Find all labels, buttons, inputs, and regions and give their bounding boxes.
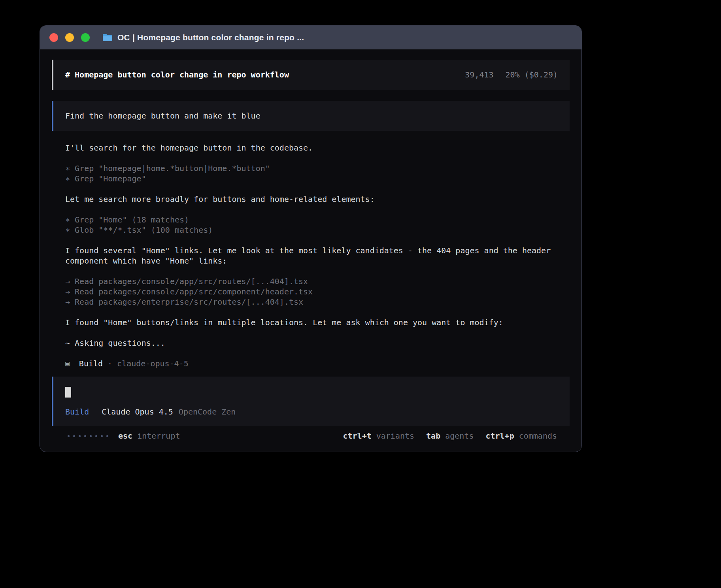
esc-label: interrupt	[137, 431, 180, 441]
titlebar[interactable]: OC | Homepage button color change in rep…	[40, 26, 581, 49]
shortcut-key: ctrl+t	[343, 431, 371, 441]
folder-icon	[102, 33, 113, 42]
assistant-text-line: ~ Asking questions...	[65, 338, 556, 348]
status-left: esc interrupt	[68, 431, 180, 441]
shortcut-key: ctrl+p	[485, 431, 514, 441]
minimize-button[interactable]	[65, 33, 74, 42]
assistant-text-line: I'll search for the homepage button in t…	[65, 143, 556, 153]
spinner-dot	[106, 435, 108, 437]
agent-separator: ·	[108, 358, 112, 369]
zoom-button[interactable]	[81, 33, 90, 42]
input-model-label: Claude Opus 4.5	[102, 407, 173, 416]
transcript: I'll search for the homepage button in t…	[52, 143, 570, 369]
assistant-text-line: I found "Home" buttons/links in multiple…	[65, 317, 556, 328]
agent-icon: ▣	[65, 358, 70, 369]
tool-call-line: ∗ Grep "Homepage"	[65, 173, 556, 184]
tool-call-group: ∗ Grep "homepage|home.*button|Home.*butt…	[65, 163, 556, 184]
esc-key: esc	[118, 431, 132, 441]
assistant-paragraph: I found several "Home" links. Let me loo…	[65, 245, 556, 266]
assistant-paragraph: ~ Asking questions...	[65, 338, 556, 348]
tool-call-group: → Read packages/console/app/src/routes/[…	[65, 276, 556, 307]
shortcut-label: agents	[445, 431, 474, 441]
agent-name: Build	[79, 358, 103, 369]
agent-status-line: ▣ Build · claude-opus-4-5	[65, 358, 556, 369]
shortcut-variants: ctrl+t variants	[343, 431, 414, 441]
session-header: # Homepage button color change in repo w…	[52, 60, 570, 90]
session-title: # Homepage button color change in repo w…	[65, 70, 289, 80]
spinner-dot	[84, 435, 86, 437]
shortcut-label: commands	[519, 431, 557, 441]
prompt-input[interactable]: Build Claude Opus 4.5 OpenCode Zen	[52, 377, 570, 426]
status-right: ctrl+t variants tab agents ctrl+p comman…	[331, 431, 557, 441]
spinner-dot	[79, 435, 81, 437]
shortcut-key: tab	[426, 431, 440, 441]
input-footer: Build Claude Opus 4.5 OpenCode Zen	[65, 407, 558, 416]
assistant-text-line: I found several "Home" links. Let me loo…	[65, 245, 556, 266]
spinner-dot	[90, 435, 92, 437]
session-stats: 39,413 20% ($0.29)	[465, 70, 558, 80]
terminal-window: OC | Homepage button color change in rep…	[40, 25, 582, 452]
status-bar: esc interrupt ctrl+t variants tab agents…	[52, 431, 570, 441]
input-provider-label: OpenCode Zen	[179, 407, 236, 416]
tool-call-line: ∗ Glob "**/*.tsx" (100 matches)	[65, 225, 556, 235]
assistant-paragraph: I found "Home" buttons/links in multiple…	[65, 317, 556, 328]
tool-call-group: ∗ Grep "Home" (18 matches) ∗ Glob "**/*.…	[65, 215, 556, 235]
shortcut-agents: tab agents	[426, 431, 474, 441]
agent-model: claude-opus-4-5	[117, 358, 189, 369]
tool-call-line: ∗ Grep "Home" (18 matches)	[65, 215, 556, 225]
token-count: 39,413	[465, 70, 493, 80]
assistant-text-line: Let me search more broadly for buttons a…	[65, 194, 556, 204]
window-title: OC | Homepage button color change in rep…	[117, 33, 304, 42]
spinner-dot	[73, 435, 75, 437]
input-agent-label: Build	[65, 407, 89, 416]
tool-call-line: → Read packages/enterprise/src/routes/[.…	[65, 297, 556, 307]
spinner-dot	[101, 435, 103, 437]
spinner-dot	[95, 435, 97, 437]
assistant-paragraph: Let me search more broadly for buttons a…	[65, 194, 556, 204]
tool-call-line: → Read packages/console/app/src/componen…	[65, 286, 556, 297]
context-cost: 20% ($0.29)	[506, 70, 558, 80]
assistant-paragraph: I'll search for the homepage button in t…	[65, 143, 556, 153]
spinner-dot	[68, 435, 70, 437]
text-cursor	[65, 387, 71, 398]
close-button[interactable]	[49, 33, 58, 42]
tool-call-line: → Read packages/console/app/src/routes/[…	[65, 276, 556, 286]
user-message-text: Find the homepage button and make it blu…	[65, 111, 260, 121]
terminal-content: # Homepage button color change in repo w…	[40, 49, 581, 441]
user-message: Find the homepage button and make it blu…	[52, 101, 570, 131]
tool-call-line: ∗ Grep "homepage|home.*button|Home.*butt…	[65, 163, 556, 173]
window-controls	[46, 33, 90, 42]
activity-spinner	[68, 435, 108, 437]
shortcut-label: variants	[376, 431, 414, 441]
shortcut-commands: ctrl+p commands	[485, 431, 557, 441]
